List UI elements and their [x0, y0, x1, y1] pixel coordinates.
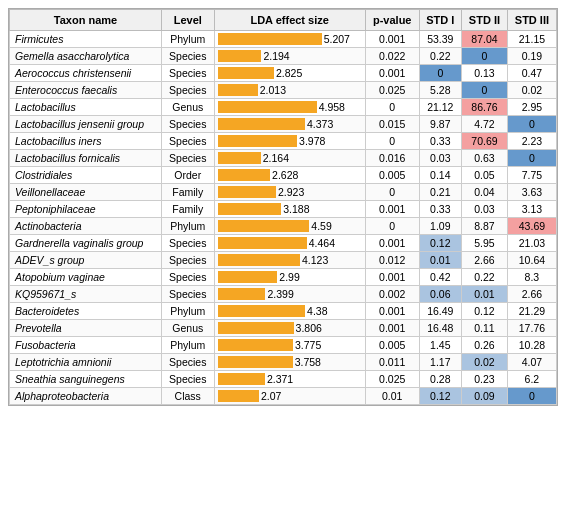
- cell-taxon-name: Alphaproteobacteria: [10, 388, 162, 405]
- cell-lda: 4.373: [214, 116, 365, 133]
- lda-bar-visual: [218, 254, 300, 266]
- cell-std2: 8.87: [462, 218, 508, 235]
- lda-bar-visual: [218, 373, 265, 385]
- cell-pvalue: 0: [365, 133, 419, 150]
- cell-pvalue: 0.002: [365, 286, 419, 303]
- cell-std1: 0.22: [419, 48, 461, 65]
- cell-std1: 0.03: [419, 150, 461, 167]
- cell-std2: 0.04: [462, 184, 508, 201]
- cell-taxon-name: Enterococcus faecalis: [10, 82, 162, 99]
- cell-std1: 0.01: [419, 252, 461, 269]
- cell-pvalue: 0.015: [365, 116, 419, 133]
- cell-pvalue: 0: [365, 184, 419, 201]
- cell-taxon-name: Gemella asaccharolytica: [10, 48, 162, 65]
- lda-value-text: 4.59: [311, 220, 331, 232]
- lda-value-text: 2.371: [267, 373, 293, 385]
- cell-level: Order: [162, 167, 215, 184]
- cell-taxon-name: Leptotrichia amnionii: [10, 354, 162, 371]
- cell-std2: 0.05: [462, 167, 508, 184]
- cell-lda: 3.775: [214, 337, 365, 354]
- cell-taxon-name: Firmicutes: [10, 31, 162, 48]
- cell-std1: 0: [419, 65, 461, 82]
- cell-level: Species: [162, 286, 215, 303]
- cell-level: Phylum: [162, 337, 215, 354]
- cell-std1: 21.12: [419, 99, 461, 116]
- lda-value-text: 2.825: [276, 67, 302, 79]
- cell-pvalue: 0: [365, 99, 419, 116]
- table-row: ActinobacteriaPhylum4.5901.098.8743.69: [10, 218, 557, 235]
- cell-std3: 0: [507, 150, 556, 167]
- cell-level: Family: [162, 201, 215, 218]
- lda-bar-visual: [218, 288, 266, 300]
- cell-lda: 4.59: [214, 218, 365, 235]
- cell-std2: 0.12: [462, 303, 508, 320]
- table-row: Atopobium vaginaeSpecies2.990.0010.420.2…: [10, 269, 557, 286]
- cell-level: Species: [162, 354, 215, 371]
- lda-bar-visual: [218, 237, 307, 249]
- cell-lda: 3.978: [214, 133, 365, 150]
- cell-std3: 21.15: [507, 31, 556, 48]
- cell-lda: 3.188: [214, 201, 365, 218]
- cell-taxon-name: Lactobacillus jensenii group: [10, 116, 162, 133]
- table-row: AlphaproteobacteriaClass2.070.010.120.09…: [10, 388, 557, 405]
- cell-std3: 43.69: [507, 218, 556, 235]
- cell-std3: 3.63: [507, 184, 556, 201]
- cell-pvalue: 0.011: [365, 354, 419, 371]
- col-std3: STD III: [507, 10, 556, 31]
- table-row: Enterococcus faecalisSpecies2.0130.0255.…: [10, 82, 557, 99]
- cell-level: Species: [162, 371, 215, 388]
- cell-lda: 3.758: [214, 354, 365, 371]
- lda-value-text: 4.373: [307, 118, 333, 130]
- cell-level: Class: [162, 388, 215, 405]
- cell-pvalue: 0.001: [365, 31, 419, 48]
- cell-level: Species: [162, 252, 215, 269]
- col-pvalue: p-value: [365, 10, 419, 31]
- cell-std2: 0.03: [462, 201, 508, 218]
- col-lda: LDA effect size: [214, 10, 365, 31]
- lda-value-text: 3.758: [295, 356, 321, 368]
- lda-bar-visual: [218, 101, 317, 113]
- lda-bar-visual: [218, 50, 262, 62]
- lda-bar-visual: [218, 67, 275, 79]
- lda-value-text: 2.99: [279, 271, 299, 283]
- lda-bar-visual: [218, 322, 294, 334]
- cell-level: Species: [162, 65, 215, 82]
- table-row: FirmicutesPhylum5.2070.00153.3987.0421.1…: [10, 31, 557, 48]
- cell-pvalue: 0.001: [365, 269, 419, 286]
- cell-std3: 21.03: [507, 235, 556, 252]
- table-row: Aerococcus christenseniiSpecies2.8250.00…: [10, 65, 557, 82]
- cell-taxon-name: Fusobacteria: [10, 337, 162, 354]
- lda-value-text: 3.188: [283, 203, 309, 215]
- cell-lda: 4.958: [214, 99, 365, 116]
- table-row: Lactobacillus jensenii groupSpecies4.373…: [10, 116, 557, 133]
- cell-std2: 0.02: [462, 354, 508, 371]
- cell-std2: 0.26: [462, 337, 508, 354]
- table-row: Sneathia sanguinegensSpecies2.3710.0250.…: [10, 371, 557, 388]
- cell-pvalue: 0.025: [365, 371, 419, 388]
- table-row: BacteroidetesPhylum4.380.00116.490.1221.…: [10, 303, 557, 320]
- table-row: Gardnerella vaginalis groupSpecies4.4640…: [10, 235, 557, 252]
- table-row: PrevotellaGenus3.8060.00116.480.1117.76: [10, 320, 557, 337]
- cell-pvalue: 0.012: [365, 252, 419, 269]
- cell-pvalue: 0: [365, 218, 419, 235]
- lda-value-text: 2.07: [261, 390, 281, 402]
- cell-std1: 16.48: [419, 320, 461, 337]
- cell-level: Species: [162, 235, 215, 252]
- cell-level: Species: [162, 48, 215, 65]
- cell-std3: 3.13: [507, 201, 556, 218]
- cell-std1: 0.33: [419, 133, 461, 150]
- table-row: FusobacteriaPhylum3.7750.0051.450.2610.2…: [10, 337, 557, 354]
- col-std2: STD II: [462, 10, 508, 31]
- lda-value-text: 2.194: [263, 50, 289, 62]
- cell-lda: 4.38: [214, 303, 365, 320]
- cell-std2: 5.95: [462, 235, 508, 252]
- lda-value-text: 4.123: [302, 254, 328, 266]
- cell-std2: 0.13: [462, 65, 508, 82]
- cell-std3: 17.76: [507, 320, 556, 337]
- cell-taxon-name: Sneathia sanguinegens: [10, 371, 162, 388]
- cell-std2: 87.04: [462, 31, 508, 48]
- table-row: VeillonellaceaeFamily2.92300.210.043.63: [10, 184, 557, 201]
- table-row: Lactobacillus inersSpecies3.97800.3370.6…: [10, 133, 557, 150]
- cell-std3: 21.29: [507, 303, 556, 320]
- cell-lda: 2.99: [214, 269, 365, 286]
